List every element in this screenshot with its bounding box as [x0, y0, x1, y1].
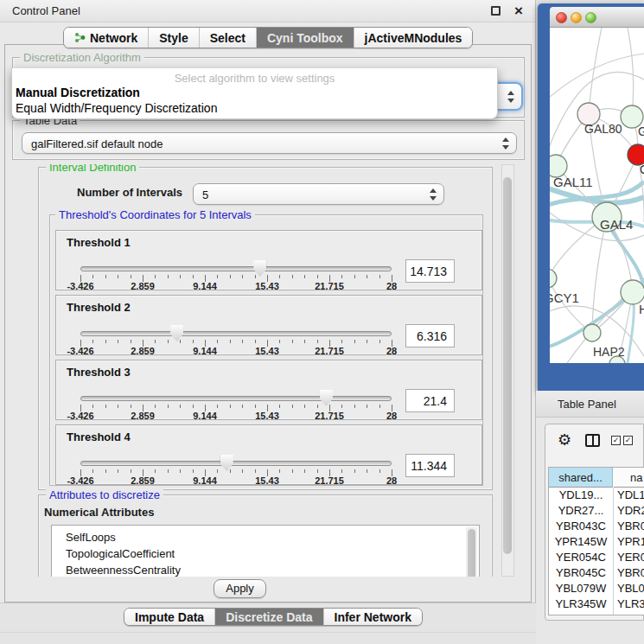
minor-tick — [168, 340, 169, 343]
cell-name: YDL1 — [617, 488, 644, 503]
split-columns-icon[interactable] — [585, 434, 600, 447]
gear-icon[interactable]: ⚙ — [558, 432, 571, 448]
tab-label: Impute Data — [135, 610, 204, 624]
network-window-titlebar[interactable] — [550, 7, 644, 28]
divider — [0, 632, 536, 633]
slider-track[interactable] — [80, 461, 392, 466]
table-row[interactable]: YDL19...YDL1 — [549, 488, 644, 503]
float-window-icon[interactable] — [491, 6, 501, 16]
main-scrollbar-thumb[interactable] — [503, 177, 512, 554]
network-view-window[interactable]: GAL80GACGAL11GAL4GCY1HHAP2 — [538, 3, 644, 391]
minor-tick — [242, 469, 243, 473]
threshold-value-field[interactable]: 6.316 — [405, 324, 455, 348]
thresholds-group: Threshold's Coordinates for 5 Intervals … — [49, 214, 483, 486]
mac-zoom-icon[interactable] — [585, 12, 596, 23]
list-scrollbar-thumb[interactable] — [468, 529, 475, 577]
cell-name: YBR0 — [617, 565, 644, 581]
tick-label: -3.426 — [67, 475, 93, 486]
minor-tick — [92, 340, 93, 343]
minor-tick — [255, 340, 256, 343]
tick-label: 28 — [386, 346, 397, 356]
minor-tick — [230, 340, 231, 343]
threshold-value-field[interactable]: 11.344 — [405, 454, 455, 477]
number-of-intervals-label: Number of Intervals — [77, 186, 182, 199]
table-data-combobox[interactable]: galFiltered.sif default node — [22, 132, 517, 154]
minor-tick — [105, 405, 106, 408]
tick-label: 21.715 — [315, 411, 344, 421]
tab-label: Network — [90, 31, 137, 45]
mac-close-icon[interactable] — [556, 12, 567, 23]
table-row[interactable]: YLR345WYLR3 — [549, 596, 644, 612]
tick-label: -3.426 — [67, 281, 93, 291]
tick-label: 21.715 — [315, 281, 344, 291]
tab-label: Style — [159, 31, 188, 45]
tab-style[interactable]: Style — [149, 28, 199, 48]
table-row[interactable]: YBR045CYBR0 — [549, 565, 644, 581]
table-row[interactable]: YIL052CYIL0 — [549, 612, 644, 615]
minor-tick — [304, 469, 305, 473]
slider-track[interactable] — [80, 331, 392, 336]
tab-label: Infer Network — [335, 610, 411, 624]
network-node-h[interactable] — [621, 280, 644, 304]
right-area: GAL80GACGAL11GAL4GCY1HHAP2 Table Panel ⚙… — [536, 0, 644, 644]
threshold-value-field[interactable]: 14.713 — [405, 259, 455, 283]
tick-label: 21.715 — [315, 475, 344, 486]
minor-tick — [168, 469, 169, 473]
dropdown-option-manual-discretization[interactable]: Manual Discretization — [16, 86, 495, 99]
tab-discretize-data[interactable]: Discretize Data — [215, 609, 323, 625]
minor-tick — [279, 469, 280, 473]
dropdown-option-equal-width-frequency-discretization[interactable]: Equal Width/Frequency Discretization — [16, 101, 495, 115]
minor-tick — [118, 340, 118, 343]
threshold-value-field[interactable]: 21.4 — [405, 389, 455, 412]
minor-tick — [304, 405, 305, 408]
table-row[interactable]: YBR043CYBR0 — [549, 519, 644, 534]
network-node-hap2[interactable] — [583, 324, 601, 341]
threshold-label: Threshold 4 — [67, 430, 131, 443]
tab-infer-network[interactable]: Infer Network — [324, 609, 422, 625]
tick-label: 9.144 — [193, 281, 217, 291]
close-icon[interactable]: × — [514, 2, 523, 21]
column-header-name[interactable]: na — [614, 468, 644, 488]
node-table[interactable]: shared... na YDL19...YDL1YDR27...YDR2YBR… — [548, 467, 644, 615]
table-row[interactable]: YBL079WYBL0 — [549, 581, 644, 596]
apply-button[interactable]: Apply — [214, 579, 266, 598]
column-header-shared-name[interactable]: shared... — [549, 468, 613, 488]
tick-label: 28 — [386, 411, 397, 421]
table-row[interactable]: YPR145WYPR1 — [549, 534, 644, 550]
minor-tick — [279, 275, 280, 278]
cell-shared-name: YDR27... — [549, 503, 613, 519]
tab-label: jActiveMNodules — [365, 31, 462, 45]
slider-track[interactable] — [80, 266, 392, 271]
cell-shared-name: YER054C — [549, 550, 613, 565]
tab-cyni-toolbox[interactable]: Cyni Toolbox — [257, 28, 354, 48]
attribute-item-betweennesscentrality[interactable]: BetweennessCentrality — [66, 562, 181, 577]
minor-tick — [180, 405, 181, 408]
tab-select[interactable]: Select — [200, 28, 257, 48]
number-of-intervals-combobox[interactable]: 5 — [193, 183, 444, 205]
tab-label: Cyni Toolbox — [267, 31, 343, 45]
mac-minimize-icon[interactable] — [571, 12, 582, 23]
numerical-attributes-list[interactable]: SelfLoopsTopologicalCoefficientBetweenne… — [51, 525, 480, 577]
minor-tick — [230, 469, 231, 473]
list-scrollbar[interactable] — [466, 527, 477, 577]
tab-network[interactable]: Network — [64, 28, 149, 48]
network-node-gcy1[interactable] — [550, 269, 557, 288]
main-scrollbar[interactable] — [501, 164, 514, 577]
combo-stepper-icon — [507, 91, 515, 103]
network-graph: GAL80GACGAL11GAL4GCY1HHAP2 — [550, 28, 644, 363]
table-row[interactable]: YDR27...YDR2 — [549, 503, 644, 519]
tick-label: 15.43 — [255, 281, 279, 291]
attribute-item-selfloops[interactable]: SelfLoops — [66, 529, 116, 545]
slider-track[interactable] — [80, 396, 392, 401]
network-canvas[interactable]: GAL80GACGAL11GAL4GCY1HHAP2 — [550, 28, 644, 363]
checkbox-icon[interactable]: ✓ — [611, 436, 621, 445]
tab-impute-data[interactable]: Impute Data — [124, 609, 215, 625]
cell-shared-name: YIL052C — [549, 612, 613, 615]
checkbox-icon[interactable]: ✓ — [623, 436, 633, 445]
cell-name: YER0 — [617, 550, 644, 565]
table-row[interactable]: YER054CYER0 — [549, 550, 644, 565]
attribute-item-topologicalcoefficient[interactable]: TopologicalCoefficient — [66, 545, 175, 562]
minor-tick — [92, 405, 93, 408]
threshold-panel-4: Threshold 4-3.4262.8599.14415.4321.71528… — [55, 424, 482, 485]
tab-jactivemnodules[interactable]: jActiveMNodules — [354, 28, 473, 48]
